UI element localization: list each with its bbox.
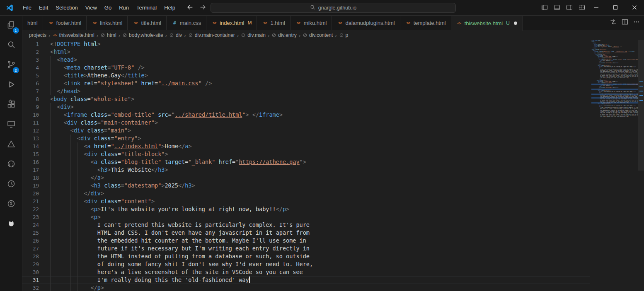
code-line[interactable]: 17 <h3>This Website</h3>: [22, 166, 590, 174]
tab-template.html[interactable]: <>template.html: [400, 16, 451, 30]
code-line[interactable]: 22 <p>It's the website you're looking at…: [22, 205, 590, 213]
line-number[interactable]: 15: [22, 150, 39, 158]
code-line[interactable]: 19 <h3 class="datestamp">2025</h3>: [22, 182, 590, 190]
code-line[interactable]: 1<!DOCTYPE html>: [22, 40, 590, 48]
breadcrumb-item[interactable]: html: [100, 32, 117, 38]
menu-edit[interactable]: Edit: [35, 2, 52, 13]
line-number[interactable]: 3: [22, 56, 39, 64]
activity-github[interactable]: [0, 155, 22, 175]
code-line[interactable]: 5 <title>Athene.Gay</title>: [22, 72, 590, 79]
breadcrumb-item[interactable]: body.whole-site: [122, 32, 164, 38]
breadcrumb-item[interactable]: div.main: [240, 32, 266, 38]
back-arrow-icon[interactable]: [186, 4, 194, 12]
menu-run[interactable]: Run: [115, 2, 133, 13]
code-line[interactable]: 25 HTML and CSS. I don't even have any j…: [22, 229, 590, 237]
line-number[interactable]: 29: [22, 260, 39, 268]
line-number[interactable]: 9: [22, 103, 39, 111]
line-number[interactable]: 32: [22, 284, 39, 291]
line-number[interactable]: 4: [22, 64, 39, 72]
line-number[interactable]: 11: [22, 119, 39, 127]
tab-title.html[interactable]: <>title.html: [128, 16, 166, 30]
code-line[interactable]: 7 </head>: [22, 87, 590, 95]
line-number[interactable]: 20: [22, 190, 39, 197]
minimize-button[interactable]: [587, 0, 606, 16]
tab-1.html[interactable]: <>1.html: [257, 16, 290, 30]
tab-html[interactable]: html: [22, 16, 43, 30]
code-area[interactable]: 1<!DOCTYPE html>2<html>3 <head>4 <meta c…: [22, 40, 590, 291]
tab-dalamudplugins.html[interactable]: <>dalamudplugins.html: [332, 16, 400, 30]
activity-extensions[interactable]: [0, 95, 22, 115]
menu-go[interactable]: Go: [101, 2, 115, 13]
breadcrumb-item[interactable]: p: [339, 32, 349, 38]
tab-links.html[interactable]: <>links.html: [87, 16, 128, 30]
code-line[interactable]: 10 <iframe class="embed-title" src="../s…: [22, 111, 590, 119]
menu-view[interactable]: View: [82, 2, 101, 13]
line-number[interactable]: 28: [22, 253, 39, 260]
more-actions-icon[interactable]: [633, 19, 640, 27]
code-line[interactable]: 6 <link rel="stylesheet" href="../main.c…: [22, 79, 590, 87]
close-button[interactable]: [625, 0, 644, 16]
code-line[interactable]: 32 </p>: [22, 284, 590, 291]
code-line[interactable]: 9 <div>: [22, 103, 590, 111]
line-number[interactable]: 7: [22, 87, 39, 95]
toggle-panel-icon[interactable]: [554, 4, 560, 12]
activity-explorer[interactable]: 1: [0, 16, 22, 36]
activity-extension-triangle[interactable]: [0, 135, 22, 155]
breadcrumb-item[interactable]: projects: [29, 32, 47, 38]
code-line[interactable]: 20 </div>: [22, 190, 590, 197]
minimap[interactable]: <!DOCTYPE html><html> <head> <meta chars…: [591, 40, 638, 291]
breadcrumb-item[interactable]: <>thiswebsite.html: [52, 32, 94, 38]
activity-search[interactable]: [0, 36, 22, 55]
line-number[interactable]: 13: [22, 135, 39, 142]
code-line[interactable]: 26 the embedded hit counter at the botto…: [22, 237, 590, 245]
line-number[interactable]: 27: [22, 245, 39, 253]
tab-main.css[interactable]: #main.css: [167, 16, 206, 30]
code-line[interactable]: 3 <head>: [22, 56, 590, 64]
code-line[interactable]: 11 <div class="main-container">: [22, 119, 590, 127]
code-line[interactable]: 14 <a href="../index.html">Home</a>: [22, 142, 590, 150]
code-line[interactable]: 23 <p>: [22, 213, 590, 221]
code-line[interactable]: 27 future if it's necessary but I'm writ…: [22, 245, 590, 253]
line-number[interactable]: 5: [22, 72, 39, 79]
code-line[interactable]: 4 <meta charset="UTF-8" />: [22, 64, 590, 72]
vertical-scrollbar[interactable]: [638, 40, 644, 291]
breadcrumb-item[interactable]: div.main-container: [188, 32, 235, 38]
code-line[interactable]: 21 <div class="content">: [22, 197, 590, 205]
line-number[interactable]: 26: [22, 237, 39, 245]
menu-file[interactable]: File: [19, 2, 35, 13]
code-line[interactable]: 31 I'm really doing this the 'old-fashio…: [22, 276, 590, 284]
maximize-button[interactable]: [606, 0, 625, 16]
line-number[interactable]: 23: [22, 213, 39, 221]
tab-index.html[interactable]: <>index.htmlM: [206, 16, 257, 30]
tab-miku.html[interactable]: <>miku.html: [291, 16, 332, 30]
menu-terminal[interactable]: Terminal: [133, 2, 160, 13]
code-line[interactable]: 24 I can't pretend this website is parti…: [22, 221, 590, 229]
code-line[interactable]: 13 <div class="entry">: [22, 135, 590, 142]
open-changes-icon[interactable]: [610, 19, 617, 27]
line-number[interactable]: 6: [22, 79, 39, 87]
code-line[interactable]: 12 <div class="main">: [22, 127, 590, 135]
line-number[interactable]: 8: [22, 95, 39, 103]
code-line[interactable]: 30 here's a live screenshot of the site …: [22, 268, 590, 276]
tab-thiswebsite.html[interactable]: <>thiswebsite.htmlU: [451, 16, 523, 31]
line-number[interactable]: 14: [22, 142, 39, 150]
command-center[interactable]: gnargle.github.io: [211, 3, 456, 13]
code-line[interactable]: 15 <div class="title-block">: [22, 150, 590, 158]
line-number[interactable]: 2: [22, 48, 39, 56]
activity-timeline[interactable]: [0, 175, 22, 195]
breadcrumb-item[interactable]: div.content: [302, 32, 333, 38]
split-editor-icon[interactable]: [622, 19, 628, 27]
code-line[interactable]: 18 </a>: [22, 174, 590, 182]
line-number[interactable]: 12: [22, 127, 39, 135]
line-number[interactable]: 24: [22, 221, 39, 229]
line-number[interactable]: 16: [22, 158, 39, 166]
toggle-primary-sidebar-icon[interactable]: [541, 4, 548, 12]
tab-footer.html[interactable]: <>footer.html: [43, 16, 87, 30]
code-line[interactable]: 28 the HTML instead of pulling from a da…: [22, 253, 590, 260]
activity-extension-circle[interactable]: [0, 195, 22, 214]
line-number[interactable]: 10: [22, 111, 39, 119]
line-number[interactable]: 31: [22, 276, 39, 284]
code-line[interactable]: 29 of doing some fancy shit I don't see …: [22, 260, 590, 268]
breadcrumb-item[interactable]: div.entry: [271, 32, 297, 38]
line-number[interactable]: 22: [22, 205, 39, 213]
